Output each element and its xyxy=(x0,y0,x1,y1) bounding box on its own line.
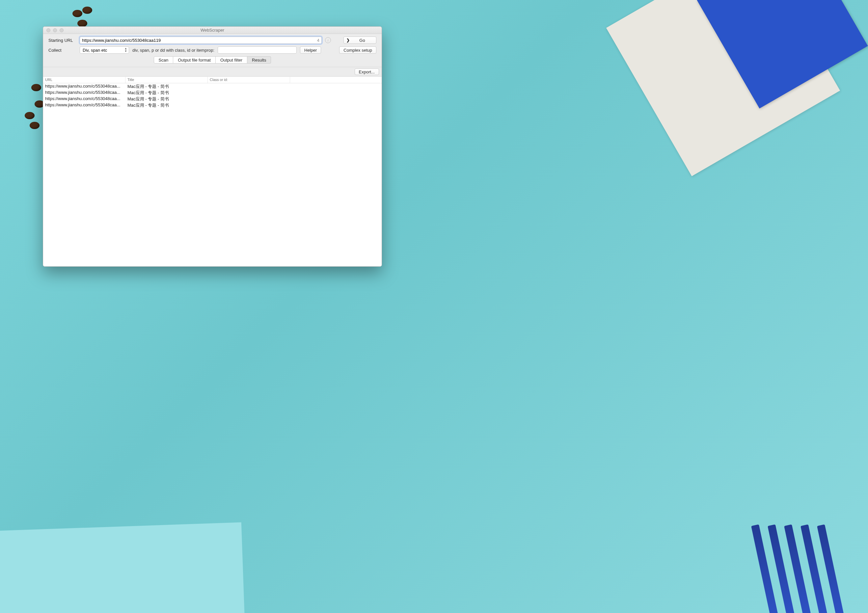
go-button-label: Go xyxy=(359,38,365,43)
collect-select-value: Div, span etc xyxy=(83,48,107,53)
col-url[interactable]: URL xyxy=(43,77,126,83)
complex-setup-button[interactable]: Complex setup xyxy=(339,46,377,54)
cell-title: Mac应用 - 专题 - 简书 xyxy=(126,96,208,102)
table-row[interactable]: https://www.jianshu.com/c/553048caa...Ma… xyxy=(43,102,382,108)
tab-bar: Scan Output file format Output filter Re… xyxy=(48,56,377,63)
toolbar: Starting URL 4 i ❯ Go Collect Div, span … xyxy=(43,34,382,67)
cell-title: Mac应用 - 专题 - 简书 xyxy=(126,83,208,90)
table-body: https://www.jianshu.com/c/553048caa...Ma… xyxy=(43,83,382,108)
app-window: WebScraper Starting URL 4 i ❯ Go Collect… xyxy=(43,26,382,267)
cell-class xyxy=(208,83,290,90)
collect-label: Collect xyxy=(48,48,76,53)
tab-output-filter[interactable]: Output filter xyxy=(216,56,247,63)
tab-output-format[interactable]: Output file format xyxy=(173,56,216,63)
cell-extra xyxy=(290,83,382,90)
tab-results[interactable]: Results xyxy=(247,56,271,63)
select-arrows-icon: ▲▼ xyxy=(124,47,127,53)
titlebar[interactable]: WebScraper xyxy=(43,27,382,34)
collect-select[interactable]: Div, span etc ▲▼ xyxy=(80,46,129,54)
cell-url: https://www.jianshu.com/c/553048caa... xyxy=(43,96,126,102)
class-id-input[interactable] xyxy=(218,46,297,54)
cell-title: Mac应用 - 专题 - 简书 xyxy=(126,90,208,96)
cell-url: https://www.jianshu.com/c/553048caa... xyxy=(43,83,126,90)
col-class[interactable]: Class or id: xyxy=(208,77,290,83)
export-button[interactable]: Export... xyxy=(355,68,379,75)
complex-setup-label: Complex setup xyxy=(343,48,372,53)
cell-class xyxy=(208,96,290,102)
table-row[interactable]: https://www.jianshu.com/c/553048caa...Ma… xyxy=(43,96,382,102)
results-table[interactable]: URL Title Class or id: https://www.jians… xyxy=(43,77,382,266)
col-extra[interactable] xyxy=(290,77,382,83)
export-bar: Export... xyxy=(43,67,382,77)
url-count: 4 xyxy=(315,38,319,43)
table-row[interactable]: https://www.jianshu.com/c/553048caa...Ma… xyxy=(43,83,382,90)
starting-url-input[interactable] xyxy=(82,38,315,43)
cell-url: https://www.jianshu.com/c/553048caa... xyxy=(43,102,126,108)
cell-extra xyxy=(290,90,382,96)
table-header: URL Title Class or id: xyxy=(43,77,382,83)
starting-url-label: Starting URL xyxy=(48,38,76,43)
cell-extra xyxy=(290,102,382,108)
table-row[interactable]: https://www.jianshu.com/c/553048caa...Ma… xyxy=(43,90,382,96)
export-button-label: Export... xyxy=(359,70,375,74)
cell-class xyxy=(208,90,290,96)
cell-class xyxy=(208,102,290,108)
tab-scan[interactable]: Scan xyxy=(154,56,174,63)
window-title: WebScraper xyxy=(43,28,382,33)
collect-hint: div, span, p or dd with class, id or ite… xyxy=(132,48,214,53)
helper-button-label: Helper xyxy=(304,48,317,53)
helper-button[interactable]: Helper xyxy=(300,46,321,54)
info-icon[interactable]: i xyxy=(325,37,331,43)
go-button[interactable]: ❯ Go xyxy=(343,37,377,44)
cell-title: Mac应用 - 专题 - 简书 xyxy=(126,102,208,108)
col-title[interactable]: Title xyxy=(126,77,208,83)
starting-url-field[interactable]: 4 xyxy=(80,37,322,44)
cell-extra xyxy=(290,96,382,102)
chevron-right-icon: ❯ xyxy=(346,38,350,42)
cell-url: https://www.jianshu.com/c/553048caa... xyxy=(43,90,126,96)
